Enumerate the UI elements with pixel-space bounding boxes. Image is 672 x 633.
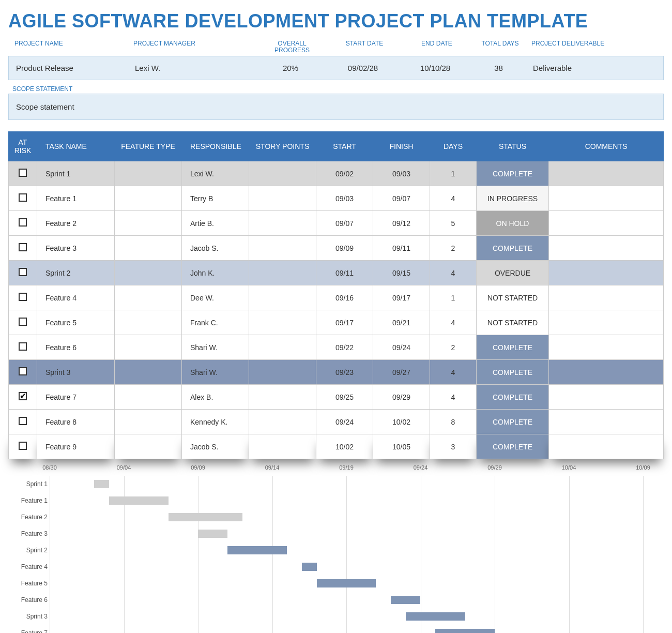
task-name-cell[interactable]: Sprint 2	[37, 261, 115, 285]
responsible-cell[interactable]: Jacob S.	[182, 434, 249, 459]
checkbox-icon[interactable]	[19, 318, 27, 326]
checkbox-icon[interactable]	[19, 218, 27, 227]
days-cell[interactable]: 4	[430, 261, 477, 285]
checkbox-icon[interactable]	[19, 293, 27, 301]
days-cell[interactable]: 1	[430, 285, 477, 310]
comments-cell[interactable]	[549, 360, 664, 385]
finish-cell[interactable]: 09/29	[373, 385, 430, 410]
comments-cell[interactable]	[549, 434, 664, 459]
at-risk-cell[interactable]	[9, 310, 37, 335]
story-points-cell[interactable]	[249, 434, 316, 459]
checkbox-icon[interactable]	[19, 417, 27, 425]
finish-cell[interactable]: 09/15	[373, 261, 430, 285]
days-cell[interactable]: 4	[430, 385, 477, 410]
story-points-cell[interactable]	[249, 236, 316, 261]
start-cell[interactable]: 09/17	[316, 310, 373, 335]
comments-cell[interactable]	[549, 211, 664, 236]
at-risk-cell[interactable]	[9, 410, 37, 434]
status-cell[interactable]: COMPLETE	[477, 236, 549, 261]
responsible-cell[interactable]: Frank C.	[182, 310, 249, 335]
days-cell[interactable]: 4	[430, 310, 477, 335]
at-risk-cell[interactable]	[9, 186, 37, 211]
status-cell[interactable]: OVERDUE	[477, 261, 549, 285]
status-cell[interactable]: COMPLETE	[477, 360, 549, 385]
at-risk-cell[interactable]	[9, 285, 37, 310]
project-name-cell[interactable]: Product Release	[9, 56, 128, 80]
start-cell[interactable]: 10/02	[316, 434, 373, 459]
responsible-cell[interactable]: Kennedy K.	[182, 410, 249, 434]
start-cell[interactable]: 09/23	[316, 360, 373, 385]
story-points-cell[interactable]	[249, 385, 316, 410]
at-risk-cell[interactable]	[9, 161, 37, 186]
responsible-cell[interactable]: Artie B.	[182, 211, 249, 236]
task-name-cell[interactable]: Sprint 3	[37, 360, 115, 385]
start-cell[interactable]: 09/25	[316, 385, 373, 410]
task-name-cell[interactable]: Feature 9	[37, 434, 115, 459]
start-cell[interactable]: 09/03	[316, 186, 373, 211]
comments-cell[interactable]	[549, 285, 664, 310]
start-date-cell[interactable]: 09/02/28	[327, 56, 399, 80]
total-days-cell[interactable]: 38	[471, 56, 526, 80]
start-cell[interactable]: 09/11	[316, 261, 373, 285]
days-cell[interactable]: 3	[430, 434, 477, 459]
story-points-cell[interactable]	[249, 261, 316, 285]
responsible-cell[interactable]: Shari W.	[182, 360, 249, 385]
responsible-cell[interactable]: Jacob S.	[182, 236, 249, 261]
status-cell[interactable]: COMPLETE	[477, 385, 549, 410]
comments-cell[interactable]	[549, 186, 664, 211]
checkbox-icon[interactable]	[19, 268, 27, 276]
deliverable-cell[interactable]: Deliverable	[526, 56, 663, 80]
story-points-cell[interactable]	[249, 161, 316, 186]
start-cell[interactable]: 09/07	[316, 211, 373, 236]
task-name-cell[interactable]: Feature 6	[37, 335, 115, 360]
start-cell[interactable]: 09/22	[316, 335, 373, 360]
days-cell[interactable]: 2	[430, 335, 477, 360]
end-date-cell[interactable]: 10/10/28	[399, 56, 471, 80]
days-cell[interactable]: 4	[430, 360, 477, 385]
days-cell[interactable]: 5	[430, 211, 477, 236]
comments-cell[interactable]	[549, 410, 664, 434]
comments-cell[interactable]	[549, 161, 664, 186]
story-points-cell[interactable]	[249, 310, 316, 335]
task-name-cell[interactable]: Feature 3	[37, 236, 115, 261]
comments-cell[interactable]	[549, 261, 664, 285]
task-name-cell[interactable]: Sprint 1	[37, 161, 115, 186]
task-name-cell[interactable]: Feature 8	[37, 410, 115, 434]
start-cell[interactable]: 09/09	[316, 236, 373, 261]
status-cell[interactable]: NOT STARTED	[477, 310, 549, 335]
days-cell[interactable]: 1	[430, 161, 477, 186]
status-cell[interactable]: COMPLETE	[477, 410, 549, 434]
responsible-cell[interactable]: Dee W.	[182, 285, 249, 310]
story-points-cell[interactable]	[249, 285, 316, 310]
at-risk-cell[interactable]	[9, 211, 37, 236]
comments-cell[interactable]	[549, 236, 664, 261]
finish-cell[interactable]: 09/07	[373, 186, 430, 211]
checkbox-icon[interactable]	[19, 169, 27, 177]
task-name-cell[interactable]: Feature 4	[37, 285, 115, 310]
feature-type-cell[interactable]	[115, 410, 182, 434]
feature-type-cell[interactable]	[115, 310, 182, 335]
comments-cell[interactable]	[549, 385, 664, 410]
task-name-cell[interactable]: Feature 7	[37, 385, 115, 410]
at-risk-cell[interactable]	[9, 360, 37, 385]
start-cell[interactable]: 09/24	[316, 410, 373, 434]
at-risk-cell[interactable]	[9, 335, 37, 360]
days-cell[interactable]: 8	[430, 410, 477, 434]
responsible-cell[interactable]: John K.	[182, 261, 249, 285]
responsible-cell[interactable]: Terry B	[182, 186, 249, 211]
status-cell[interactable]: NOT STARTED	[477, 285, 549, 310]
status-cell[interactable]: COMPLETE	[477, 335, 549, 360]
feature-type-cell[interactable]	[115, 161, 182, 186]
finish-cell[interactable]: 09/21	[373, 310, 430, 335]
feature-type-cell[interactable]	[115, 335, 182, 360]
comments-cell[interactable]	[549, 310, 664, 335]
responsible-cell[interactable]: Lexi W.	[182, 161, 249, 186]
scope-input[interactable]: Scope statement	[8, 94, 664, 120]
feature-type-cell[interactable]	[115, 261, 182, 285]
finish-cell[interactable]: 09/11	[373, 236, 430, 261]
feature-type-cell[interactable]	[115, 211, 182, 236]
feature-type-cell[interactable]	[115, 285, 182, 310]
feature-type-cell[interactable]	[115, 360, 182, 385]
start-cell[interactable]: 09/02	[316, 161, 373, 186]
finish-cell[interactable]: 10/02	[373, 410, 430, 434]
